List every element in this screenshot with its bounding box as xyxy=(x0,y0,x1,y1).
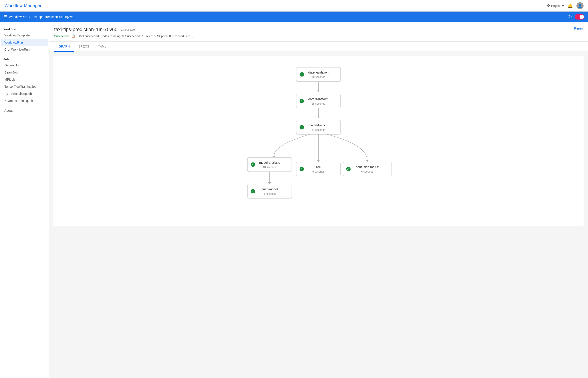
language-label: English xyxy=(551,4,561,8)
sidebar-item-genericjob[interactable]: GenericJob xyxy=(1,62,48,69)
node-data-validation-label: data-validation xyxy=(308,71,328,74)
node-model-analysis-label: model-analysis xyxy=(259,161,280,164)
run-status-row: Succeeded 📋 DAG succeeded (Nodes Running… xyxy=(54,34,193,38)
language-selector[interactable]: ❖ English ▾ xyxy=(547,3,564,8)
run-time: 1 hour ago xyxy=(121,28,135,31)
node-model-training-time: 14 seconds xyxy=(311,128,325,132)
node-model-training-label: model-training xyxy=(309,123,328,127)
sidebar-item-mpijob[interactable]: MPIJob xyxy=(1,76,48,83)
node-roc-time: 5 seconds xyxy=(312,170,325,173)
graph-area: ✓ data-validation 10 seconds ✓ data-tran… xyxy=(49,52,588,230)
node-data-transform-label: data-transform xyxy=(308,97,328,101)
svg-text:✓: ✓ xyxy=(251,163,254,166)
node-confusion-matrix-time: 6 seconds xyxy=(361,170,374,173)
status-badge: Succeeded xyxy=(54,34,69,38)
svg-marker-21 xyxy=(268,182,271,184)
run-title: taxi-tips-prediction-run-75v60 xyxy=(54,27,118,32)
sidebar-item-workflowrun[interactable]: WorkflowRun xyxy=(1,39,48,46)
workflow-section-title: Workflow xyxy=(0,26,49,32)
avatar[interactable]: 👤 xyxy=(576,2,584,9)
svg-marker-9 xyxy=(317,117,320,118)
app-title: Workflow Manager xyxy=(4,3,41,8)
toggle-knob xyxy=(580,15,584,19)
sidebar-item-cronworkflowrun[interactable]: CronWorkflowRun xyxy=(1,46,48,53)
node-push-model-label: push-model xyxy=(261,188,278,191)
dag-svg: ✓ data-validation 10 seconds ✓ data-tran… xyxy=(62,63,575,218)
node-data-validation-time: 10 seconds xyxy=(311,76,325,79)
node-confusion-matrix-label: confusion-matrix xyxy=(356,165,379,169)
node-data-transform-time: 15 seconds xyxy=(311,102,325,105)
refresh-button[interactable]: ↻ xyxy=(568,14,572,20)
svg-marker-16 xyxy=(366,160,369,162)
svg-text:✓: ✓ xyxy=(251,190,254,193)
top-header: Workflow Manager ❖ English ▾ 🔔 👤 xyxy=(0,0,588,12)
run-title-row: taxi-tips-prediction-run-75v60 1 hour ag… xyxy=(54,27,193,32)
svg-marker-13 xyxy=(273,156,275,158)
run-title-block: taxi-tips-prediction-run-75v60 1 hour ag… xyxy=(54,27,193,38)
translate-icon: ❖ xyxy=(547,3,550,8)
job-section-title: Job xyxy=(0,56,49,62)
svg-marker-4 xyxy=(317,90,320,92)
svg-marker-15 xyxy=(317,160,320,162)
breadcrumb-right: ↻ xyxy=(568,14,585,20)
chevron-down-icon: ▾ xyxy=(562,4,564,8)
sidebar-item-workflowtemplate[interactable]: WorkflowTemplate xyxy=(1,32,48,39)
node-model-analysis-time: 10 seconds xyxy=(263,166,276,169)
run-header: taxi-tips-prediction-run-75v60 1 hour ag… xyxy=(49,22,588,41)
tab-specs[interactable]: SPECS xyxy=(74,41,94,52)
breadcrumb-parent[interactable]: WorkflowRun xyxy=(9,15,27,19)
node-roc-label: roc xyxy=(316,165,321,169)
hamburger-icon[interactable]: ☰ xyxy=(3,14,7,19)
sidebar-item-about[interactable]: About xyxy=(1,107,48,114)
svg-text:✓: ✓ xyxy=(300,99,302,103)
sidebar: Workflow WorkflowTemplate WorkflowRun Cr… xyxy=(0,22,49,378)
breadcrumb-separator: > xyxy=(29,15,31,19)
svg-text:✓: ✓ xyxy=(300,126,302,129)
toggle-button[interactable] xyxy=(575,14,585,20)
sidebar-item-xgboosttrainingjob[interactable]: XGBoostTrainingJob xyxy=(1,97,48,104)
tab-yaml[interactable]: YAML xyxy=(94,41,111,52)
svg-text:✓: ✓ xyxy=(347,167,349,171)
tabs-bar: GRAPH SPECS YAML xyxy=(49,41,588,52)
dag-status: DAG succeeded (Nodes Running: 0, Succeed… xyxy=(78,34,193,38)
sidebar-item-tensorflowtrainingjob[interactable]: TensorFlowTrainingJob xyxy=(1,83,48,90)
breadcrumb-left: ☰ WorkflowRun > taxi-tips-prediction-run… xyxy=(3,14,73,19)
sidebar-item-pytorchtrainingjob[interactable]: PyTorchTrainingJob xyxy=(1,90,48,97)
notifications-icon[interactable]: 🔔 xyxy=(567,3,573,8)
main-layout: Workflow WorkflowTemplate WorkflowRun Cr… xyxy=(0,22,588,378)
svg-text:✓: ✓ xyxy=(300,73,302,76)
breadcrumb-bar: ☰ WorkflowRun > taxi-tips-prediction-run… xyxy=(0,12,588,22)
header-right: ❖ English ▾ 🔔 👤 xyxy=(547,2,584,9)
tab-graph[interactable]: GRAPH xyxy=(54,41,74,52)
copy-icon: 📋 xyxy=(71,34,75,38)
rerun-button[interactable]: Rerun xyxy=(574,27,583,30)
content-area: taxi-tips-prediction-run-75v60 1 hour ag… xyxy=(49,22,588,378)
node-push-model-time: 6 seconds xyxy=(264,192,276,195)
breadcrumb-current: taxi-tips-prediction-run-kq7wc xyxy=(33,15,73,19)
sidebar-item-beamjob[interactable]: BeamJob xyxy=(1,69,48,76)
svg-text:✓: ✓ xyxy=(300,167,302,171)
